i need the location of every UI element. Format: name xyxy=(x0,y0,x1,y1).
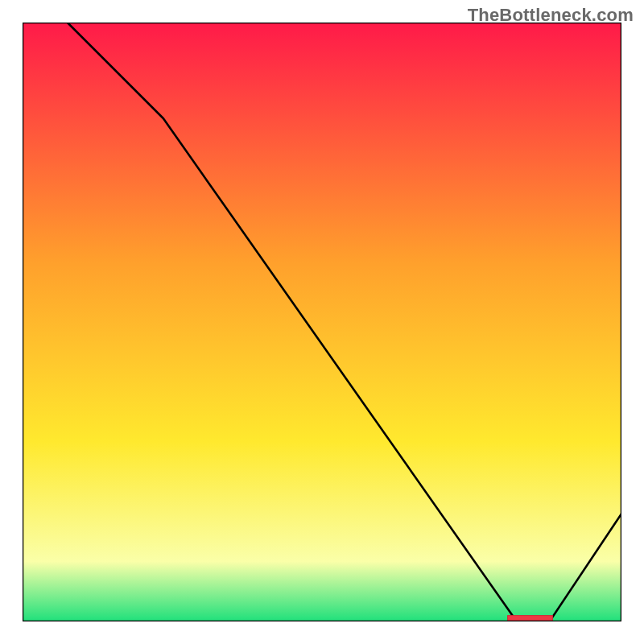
plot-area xyxy=(23,23,621,621)
chart-container: TheBottleneck.com xyxy=(0,0,644,644)
chart-svg xyxy=(23,23,621,621)
gradient-background xyxy=(23,23,621,621)
